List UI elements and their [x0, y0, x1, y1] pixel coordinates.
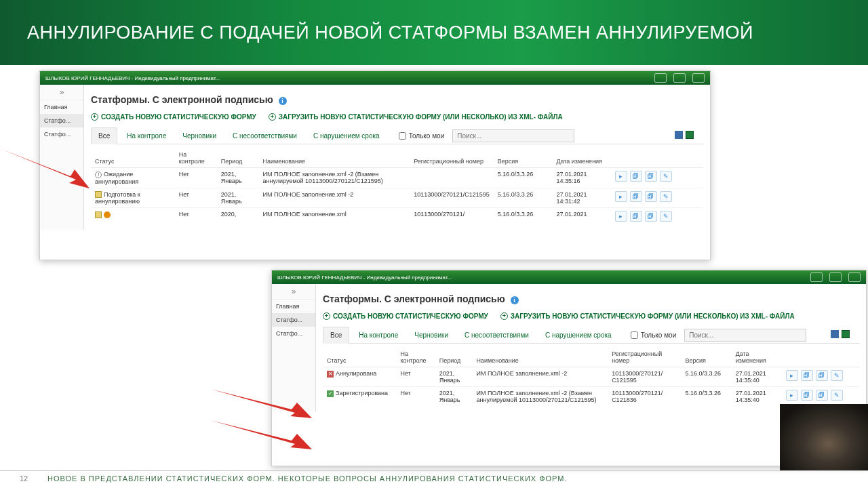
- search-input[interactable]: [452, 129, 574, 142]
- row-action-btn[interactable]: 🗐: [645, 171, 657, 182]
- topbar-icon[interactable]: [673, 73, 686, 83]
- col-status[interactable]: Статус: [91, 148, 175, 168]
- cell-status: ✕Аннулирована: [323, 367, 396, 387]
- sidebar-item-statfo-2[interactable]: Статфо...: [40, 127, 83, 141]
- tab-all[interactable]: Все: [323, 327, 349, 344]
- col-period[interactable]: Период: [435, 348, 473, 367]
- col-version[interactable]: Версия: [682, 348, 732, 367]
- row-action-btn[interactable]: 🗐: [816, 390, 828, 401]
- info-icon[interactable]: i: [279, 97, 287, 105]
- plus-icon: +: [500, 312, 508, 320]
- col-status[interactable]: Статус: [323, 348, 396, 367]
- table-row[interactable]: ✕АннулированаНет2021, ЯнварьИМ ПОЛНОЕ за…: [323, 367, 859, 387]
- status-clock-icon: [95, 171, 102, 178]
- row-action-btn[interactable]: ✎: [831, 390, 843, 401]
- col-regno[interactable]: Регистрационный номер: [608, 348, 681, 367]
- row-action-btn[interactable]: ▸: [615, 171, 627, 182]
- row-action-btn[interactable]: 🗐: [645, 211, 657, 222]
- sidebar-item-statfo-1[interactable]: Статфо...: [272, 313, 315, 327]
- cell-period: 2021, Январь: [217, 188, 259, 208]
- row-action-btn[interactable]: 🗐: [801, 390, 813, 401]
- row-actions: ▸🗐🗐✎: [786, 390, 855, 401]
- row-action-btn[interactable]: ✎: [660, 191, 672, 202]
- status-doc-icon: [95, 211, 102, 218]
- cell-status: Ожидание аннулирования: [91, 168, 175, 188]
- info-icon[interactable]: i: [511, 296, 519, 304]
- row-action-btn[interactable]: 🗐: [645, 191, 657, 202]
- col-changed[interactable]: Дата изменения: [732, 348, 782, 367]
- cell-name: ИМ ПОЛНОЕ заполнение.xml -2 (Взамен анну…: [472, 387, 608, 407]
- row-action-btn[interactable]: 🗐: [630, 191, 642, 202]
- tab-mismatch[interactable]: С несоответствиями: [226, 128, 304, 144]
- row-action-btn[interactable]: 🗐: [816, 370, 828, 381]
- row-actions: ▸🗐🗐✎: [786, 370, 855, 381]
- tab-drafts[interactable]: Черновики: [408, 327, 455, 343]
- row-action-btn[interactable]: 🗐: [630, 171, 642, 182]
- upload-form-link[interactable]: + ЗАГРУЗИТЬ НОВУЮ СТАТИСТИЧЕСКУЮ ФОРМУ (…: [500, 312, 795, 320]
- topbar-icon[interactable]: [848, 272, 861, 282]
- topbar-icon[interactable]: [810, 272, 823, 282]
- app-panel-before: ШЛЫКОВ ЮРИЙ ГЕННАДЬЕВИЧ - Индивидуальный…: [39, 70, 711, 260]
- export-excel-icon[interactable]: [842, 330, 850, 338]
- sidebar-item-statfo-2[interactable]: Статфо...: [272, 327, 315, 340]
- tab-on-control[interactable]: На контроле: [120, 128, 173, 144]
- row-action-btn[interactable]: ✎: [660, 171, 672, 182]
- export-user-icon[interactable]: [675, 131, 683, 139]
- topbar-icon[interactable]: [654, 73, 667, 83]
- export-user-icon[interactable]: [831, 330, 839, 338]
- tab-on-control[interactable]: На контроле: [352, 327, 405, 343]
- export-excel-icon[interactable]: [686, 131, 694, 139]
- topbar-icon[interactable]: [692, 73, 705, 83]
- table-row[interactable]: Нет2020,ИМ ПОЛНОЕ заполнение.xml10113000…: [91, 208, 703, 225]
- row-action-btn[interactable]: ✎: [831, 370, 843, 381]
- sidebar-item-statfo-1[interactable]: Статфо...: [40, 114, 83, 127]
- row-action-btn[interactable]: 🗐: [630, 211, 642, 222]
- table-row[interactable]: Ожидание аннулированияНет2021, ЯнварьИМ …: [91, 168, 703, 188]
- col-name[interactable]: Наименование: [259, 148, 410, 168]
- slide-footer-text: НОВОЕ В ПРЕДСТАВЛЕНИИ СТАТИСТИЧЕСКИХ ФОР…: [47, 474, 568, 483]
- upload-form-link[interactable]: + ЗАГРУЗИТЬ НОВУЮ СТАТИСТИЧЕСКУЮ ФОРМУ (…: [269, 113, 563, 121]
- topbar-icon[interactable]: [829, 272, 842, 282]
- col-period[interactable]: Период: [217, 148, 259, 168]
- slide-title-bar: АННУЛИРОВАНИЕ С ПОДАЧЕЙ НОВОЙ СТАТФОРМЫ …: [0, 0, 868, 65]
- row-action-btn[interactable]: ✎: [660, 211, 672, 222]
- row-action-btn[interactable]: ▸: [615, 191, 627, 202]
- export-icons: [675, 131, 694, 139]
- sidebar-item-main[interactable]: Главная: [272, 300, 315, 313]
- col-version[interactable]: Версия: [494, 148, 553, 168]
- sidebar: » Главная Статфо... Статфо...: [40, 85, 84, 230]
- cell-name: ИМ ПОЛНОЕ заполнение.xml -2: [259, 188, 410, 208]
- tab-overdue[interactable]: С нарушением срока: [538, 327, 618, 343]
- create-form-link[interactable]: + СОЗДАТЬ НОВУЮ СТАТИСТИЧЕСКУЮ ФОРМУ: [91, 113, 256, 121]
- col-regno[interactable]: Регистрационный номер: [410, 148, 494, 168]
- cell-period: 2021, Январь: [435, 387, 473, 407]
- row-action-btn[interactable]: 🗐: [801, 370, 813, 381]
- table-row[interactable]: ✓ЗарегистрированаНет2021, ЯнварьИМ ПОЛНО…: [323, 387, 859, 407]
- table-row[interactable]: Подготовка к аннулированиюНет2021, Январ…: [91, 188, 703, 208]
- tab-overdue[interactable]: С нарушением срока: [307, 128, 387, 144]
- cell-changed: 27.01.2021 14:35:16: [552, 168, 611, 188]
- cell-period: 2020,: [217, 208, 259, 225]
- cell-changed: 27.01.2021 14:35:40: [732, 387, 782, 407]
- col-on-control[interactable]: На контроле: [175, 148, 217, 168]
- col-changed[interactable]: Дата изменения: [552, 148, 611, 168]
- status-doc-icon: [95, 191, 102, 198]
- create-form-link[interactable]: + СОЗДАТЬ НОВУЮ СТАТИСТИЧЕСКУЮ ФОРМУ: [323, 312, 488, 320]
- tab-mismatch[interactable]: С несоответствиями: [458, 327, 536, 343]
- sidebar-collapse[interactable]: »: [272, 284, 315, 300]
- only-mine-checkbox[interactable]: Только мои: [399, 132, 445, 140]
- only-mine-checkbox[interactable]: Только мои: [631, 331, 677, 339]
- tab-drafts[interactable]: Черновики: [176, 128, 223, 144]
- col-on-control[interactable]: На контроле: [396, 348, 435, 367]
- row-action-btn[interactable]: ▸: [615, 211, 627, 222]
- cell-on-control: Нет: [175, 168, 217, 188]
- sidebar-item-main[interactable]: Главная: [40, 100, 83, 114]
- sidebar-collapse[interactable]: »: [40, 85, 83, 100]
- tab-all[interactable]: Все: [91, 127, 117, 144]
- search-input[interactable]: [684, 329, 806, 342]
- cell-changed: 27.01.2021: [552, 208, 611, 225]
- col-name[interactable]: Наименование: [472, 348, 608, 367]
- row-action-btn[interactable]: ▸: [786, 390, 798, 401]
- topbar-user: ШЛЫКОВ ЮРИЙ ГЕННАДЬЕВИЧ - Индивидуальный…: [45, 75, 220, 81]
- row-action-btn[interactable]: ▸: [786, 370, 798, 381]
